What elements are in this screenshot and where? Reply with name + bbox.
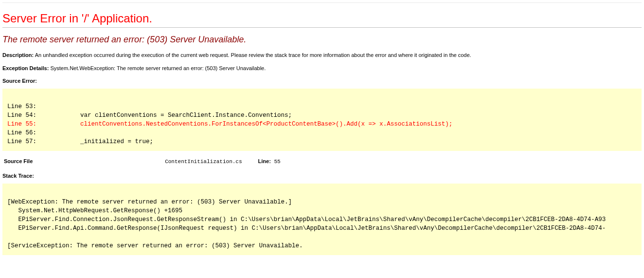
line-label: Line: [258,158,271,164]
source-line: Line 54: var clientConventions = SearchC… [7,112,292,119]
source-error-code: Line 53: Line 54: var clientConventions … [7,93,637,147]
source-line: Line 56: [7,130,36,136]
exception-details-label: Exception Details: [2,65,49,71]
source-file-row: Source File ContentInitialization.cs Lin… [2,157,642,166]
top-rule [2,2,642,3]
source-error-box: Line 53: Line 54: var clientConventions … [2,89,642,151]
stack-trace-code: [WebException: The remote server returne… [7,188,637,250]
line-value: 55 [274,159,280,165]
source-file-label: Source File [3,158,163,165]
description-label: Description: [2,52,34,58]
exception-details-text: System.Net.WebException: The remote serv… [50,65,266,71]
exception-details-row: Exception Details: System.Net.WebExcepti… [2,65,642,72]
source-line: Line 55: clientConventions.NestedConvent… [7,121,452,128]
stack-trace-box: [WebException: The remote server returne… [2,184,642,255]
source-line: Line 53: [7,103,36,110]
source-file-value: ContentInitialization.cs [165,159,242,165]
source-line: Line 57: _initialized = true; [7,138,153,145]
title-rule [2,27,642,28]
page-title: Server Error in '/' Application. [2,12,642,25]
stack-trace-label: Stack Trace: [2,173,642,179]
source-error-label: Source Error: [2,78,642,84]
description-row: Description: An unhandled exception occu… [2,52,642,59]
error-heading: The remote server returned an error: (50… [2,35,642,45]
description-text: An unhandled exception occurred during t… [35,52,471,58]
